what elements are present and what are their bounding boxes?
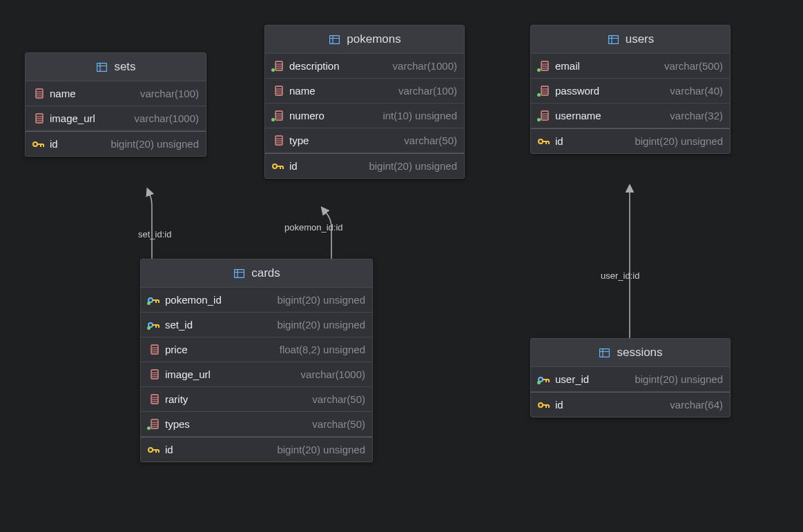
column-name: rarity <box>165 393 188 405</box>
svg-point-11 <box>33 142 37 146</box>
entity-pokemons[interactable]: pokemons description varchar(1000) name … <box>264 25 465 179</box>
column-name: user_id <box>555 373 589 385</box>
column-row[interactable]: email varchar(500) <box>531 54 730 79</box>
column-type: varchar(1000) <box>215 368 365 380</box>
column-row[interactable]: image_url varchar(1000) <box>141 362 372 387</box>
column-name: id <box>289 160 298 172</box>
entity-title: users <box>626 32 655 46</box>
entity-sets[interactable]: sets name varchar(100) image_url varchar… <box>25 52 206 157</box>
column-type: varchar(100) <box>80 88 199 99</box>
entity-title: pokemons <box>347 32 400 46</box>
column-name: id <box>50 138 58 150</box>
column-icon <box>148 394 161 404</box>
primary-key-icon <box>538 137 551 146</box>
column-type: bigint(20) unsigned <box>593 373 723 385</box>
column-row[interactable]: description varchar(1000) <box>265 54 464 79</box>
column-row[interactable]: price float(8,2) unsigned <box>141 337 372 362</box>
svg-rect-57 <box>235 269 244 277</box>
column-name: id <box>555 135 563 147</box>
table-icon <box>607 35 620 44</box>
entity-title: cards <box>251 266 280 280</box>
column-icon <box>538 61 551 71</box>
column-row[interactable]: rarity varchar(50) <box>141 387 372 412</box>
column-row[interactable]: name varchar(100) <box>265 79 464 104</box>
column-name: image_url <box>50 112 95 124</box>
column-name: email <box>555 60 580 72</box>
svg-point-95 <box>539 403 543 407</box>
column-type: varchar(32) <box>606 110 723 121</box>
entity-header-sets[interactable]: sets <box>26 53 206 81</box>
column-type: varchar(50) <box>313 135 457 146</box>
column-row[interactable]: password varchar(40) <box>531 79 730 104</box>
column-row[interactable]: id varchar(64) <box>531 392 730 417</box>
svg-rect-0 <box>97 63 107 71</box>
svg-rect-15 <box>330 35 340 43</box>
column-row[interactable]: types varchar(50) <box>141 412 372 437</box>
column-row[interactable]: id bigint(20) unsigned <box>26 131 206 156</box>
column-row[interactable]: type varchar(50) <box>265 128 464 153</box>
column-name: price <box>165 344 188 355</box>
column-row[interactable]: image_url varchar(1000) <box>26 106 206 131</box>
column-icon <box>272 135 285 146</box>
column-type: varchar(64) <box>568 399 723 411</box>
column-row[interactable]: pokemon_id bigint(20) unsigned <box>141 288 372 313</box>
entity-header-users[interactable]: users <box>531 26 730 54</box>
foreign-key-icon <box>538 375 551 384</box>
column-row[interactable]: user_id bigint(20) unsigned <box>531 367 730 392</box>
column-name: name <box>289 85 316 97</box>
table-icon <box>95 63 108 72</box>
svg-point-84 <box>148 448 153 452</box>
column-row[interactable]: set_id bigint(20) unsigned <box>141 313 372 337</box>
entity-title: sets <box>114 60 135 74</box>
column-icon <box>32 88 46 99</box>
column-type: int(10) unsigned <box>329 110 457 121</box>
foreign-key-icon <box>148 321 161 329</box>
column-icon <box>272 86 285 96</box>
column-type: varchar(50) <box>194 418 365 430</box>
entity-header-cards[interactable]: cards <box>141 259 372 288</box>
column-icon <box>538 86 551 96</box>
column-type: varchar(50) <box>192 393 365 405</box>
column-type: varchar(1000) <box>99 112 199 124</box>
column-icon <box>272 61 285 71</box>
relation-label-pokemon-id: pokemon_id:id <box>284 222 343 233</box>
entity-sessions[interactable]: sessions user_id bigint(20) unsigned id … <box>530 338 731 417</box>
entity-header-pokemons[interactable]: pokemons <box>265 26 464 54</box>
column-row[interactable]: id bigint(20) unsigned <box>265 153 464 178</box>
column-type: bigint(20) unsigned <box>568 135 723 147</box>
column-name: image_url <box>165 368 211 380</box>
column-type: float(8,2) unsigned <box>192 344 365 355</box>
entity-cards[interactable]: cards pokemon_id bigint(20) unsigned set… <box>140 259 373 462</box>
column-type: varchar(500) <box>584 60 723 72</box>
column-name: username <box>555 110 601 121</box>
svg-rect-38 <box>608 35 618 43</box>
column-row[interactable]: username varchar(32) <box>531 104 730 128</box>
column-name: password <box>555 85 599 97</box>
primary-key-icon <box>148 446 161 454</box>
column-type: bigint(20) unsigned <box>177 444 365 455</box>
table-icon <box>233 269 246 278</box>
column-row[interactable]: id bigint(20) unsigned <box>141 437 372 462</box>
column-icon <box>148 369 161 380</box>
column-icon <box>538 110 551 121</box>
column-type: varchar(100) <box>320 85 457 97</box>
column-row[interactable]: name varchar(100) <box>26 81 206 106</box>
column-type: bigint(20) unsigned <box>62 138 199 150</box>
primary-key-icon <box>32 140 46 148</box>
column-name: type <box>289 135 309 146</box>
column-name: set_id <box>165 319 193 331</box>
column-type: bigint(20) unsigned <box>197 319 365 331</box>
svg-point-53 <box>539 139 543 144</box>
column-name: numero <box>289 110 325 121</box>
entity-users[interactable]: users email varchar(500) password varcha… <box>530 25 731 154</box>
column-icon <box>148 344 161 355</box>
column-name: pokemon_id <box>165 294 222 306</box>
entity-header-sessions[interactable]: sessions <box>531 339 730 367</box>
column-icon <box>148 419 161 429</box>
column-name: id <box>555 399 563 411</box>
column-row[interactable]: id bigint(20) unsigned <box>531 128 730 153</box>
column-row[interactable]: numero int(10) unsigned <box>265 104 464 128</box>
relation-label-set-id: set_id:id <box>138 229 171 239</box>
svg-rect-88 <box>600 348 610 357</box>
column-name: name <box>50 88 76 99</box>
